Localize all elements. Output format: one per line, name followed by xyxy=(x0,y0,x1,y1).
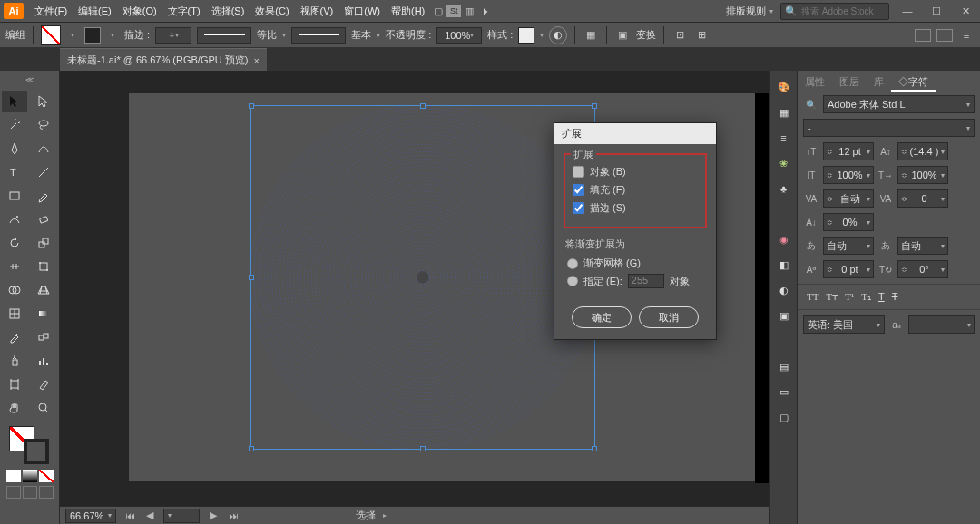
handle-bm[interactable] xyxy=(420,446,426,451)
scale-tool[interactable] xyxy=(31,232,56,254)
asset-panel-icon[interactable]: ▭ xyxy=(775,383,793,401)
menu-object[interactable]: 对象(O) xyxy=(117,2,162,21)
shift-field[interactable]: ≎0 pt▾ xyxy=(823,260,874,278)
next-artboard[interactable]: ▶ xyxy=(207,509,220,522)
type-tool[interactable]: T xyxy=(2,161,27,183)
hand-tool[interactable] xyxy=(2,397,27,419)
menu-effect[interactable]: 效果(C) xyxy=(250,2,294,21)
handle-tr[interactable] xyxy=(592,103,597,109)
brush-panel-icon[interactable]: ❀ xyxy=(775,154,793,172)
shaper-tool[interactable] xyxy=(2,209,27,230)
stroke-dropdown[interactable]: ▾ xyxy=(106,29,119,42)
eyedropper-tool[interactable] xyxy=(2,326,27,348)
smallcaps-button[interactable]: Tᴛ xyxy=(826,291,838,303)
isolate-icon[interactable]: ⊡ xyxy=(671,27,688,44)
gradient-tool[interactable] xyxy=(31,303,56,325)
libraries-tab[interactable]: 库 xyxy=(867,71,891,92)
underline-button[interactable]: T xyxy=(878,291,885,303)
color-panel-icon[interactable]: 🎨 xyxy=(775,78,793,96)
arrange-icon[interactable]: ▥ xyxy=(461,3,477,19)
document-tab[interactable]: 未标题-1.ai* @ 66.67% (RGB/GPU 预览) × xyxy=(60,48,267,71)
perspective-grid-tool[interactable] xyxy=(31,279,56,301)
recolor-icon[interactable]: ◐ xyxy=(549,26,567,44)
appearance-panel-icon[interactable]: ◐ xyxy=(775,281,793,299)
fill-checkbox[interactable]: 填充 (F) xyxy=(573,183,698,197)
symbol-sprayer-tool[interactable] xyxy=(2,350,27,372)
edit-icon[interactable]: ⊞ xyxy=(693,27,710,44)
graphic-styles-panel-icon[interactable]: ▣ xyxy=(775,306,793,325)
bridge-icon[interactable]: ▢ xyxy=(430,3,446,19)
menu-type[interactable]: 文字(T) xyxy=(162,2,206,21)
direct-selection-tool[interactable] xyxy=(31,91,56,112)
gradient-panel-icon[interactable]: ◉ xyxy=(775,230,793,248)
window-minimize[interactable]: — xyxy=(897,4,918,18)
properties-tab[interactable]: 属性 xyxy=(798,71,832,92)
align-icon[interactable]: ▦ xyxy=(583,27,599,44)
leading-field[interactable]: ≎(14.4 )▾ xyxy=(897,142,948,160)
stroke-box[interactable] xyxy=(24,439,49,464)
magic-wand-tool[interactable] xyxy=(2,114,27,136)
artboards-panel-icon[interactable]: ▢ xyxy=(775,408,793,426)
paintbrush-tool[interactable] xyxy=(31,185,56,207)
full-screen[interactable] xyxy=(23,486,37,499)
eraser-tool[interactable] xyxy=(31,209,56,230)
shape-builder-tool[interactable] xyxy=(2,279,27,301)
antialiasing-field[interactable]: ▾ xyxy=(908,315,975,334)
rotate-field[interactable]: ≎0°▾ xyxy=(897,260,948,278)
symbols-panel-icon[interactable]: ♣ xyxy=(775,180,793,198)
free-transform-tool[interactable] xyxy=(31,256,56,277)
zoom-tool[interactable] xyxy=(31,397,56,419)
font-family-dropdown[interactable]: Adobe 宋体 Std L▾ xyxy=(823,95,975,113)
artboard-nav[interactable]: ▾ xyxy=(163,509,200,523)
line-tool[interactable] xyxy=(31,161,56,183)
subscript-button[interactable]: T₁ xyxy=(861,291,871,303)
lasso-tool[interactable] xyxy=(31,114,56,136)
option-box-2[interactable] xyxy=(936,29,953,42)
zoom-field[interactable]: 66.67%▾ xyxy=(65,509,116,523)
shape-mode-icon[interactable]: ▣ xyxy=(614,27,631,44)
handle-tm[interactable] xyxy=(420,103,426,109)
handle-bl[interactable] xyxy=(249,446,254,451)
handle-br[interactable] xyxy=(592,446,597,451)
fill-dropdown[interactable]: ▾ xyxy=(66,29,79,42)
panel-menu-icon[interactable]: ≡ xyxy=(958,27,975,44)
width-tool[interactable] xyxy=(2,256,27,277)
gradient-mode[interactable] xyxy=(23,470,37,482)
last-artboard[interactable]: ⏭ xyxy=(227,509,240,522)
menu-file[interactable]: 文件(F) xyxy=(29,2,73,21)
presentation[interactable] xyxy=(39,486,54,499)
rectangle-tool[interactable] xyxy=(2,185,27,207)
tab-close-icon[interactable]: × xyxy=(253,55,259,66)
brush-definition[interactable] xyxy=(291,27,346,44)
toolbox-collapse[interactable]: ≪ xyxy=(17,73,43,86)
stroke-weight-field[interactable]: ≎▾ xyxy=(155,27,191,44)
blend-tool[interactable] xyxy=(31,326,56,348)
window-close[interactable]: ✕ xyxy=(955,4,976,18)
gpu-icon[interactable]: ⏵ xyxy=(477,3,494,19)
opacity-field[interactable]: 100%▾ xyxy=(436,27,482,44)
stroke-checkbox[interactable]: 描边 (S) xyxy=(573,201,698,215)
character-tab[interactable]: ◇字符 xyxy=(891,71,936,92)
stock-icon[interactable]: St xyxy=(446,5,461,17)
fill-swatch[interactable] xyxy=(41,25,61,45)
selection-tool[interactable] xyxy=(2,91,27,112)
option-box-1[interactable] xyxy=(915,29,931,42)
rotate-tool[interactable] xyxy=(2,232,27,254)
stroke-swatch[interactable] xyxy=(84,27,101,44)
graphic-style-swatch[interactable] xyxy=(518,27,534,44)
window-maximize[interactable]: ☐ xyxy=(926,4,947,18)
menu-window[interactable]: 窗口(W) xyxy=(338,2,386,21)
swatches-panel-icon[interactable]: ▦ xyxy=(775,103,793,121)
scrollbar-v[interactable] xyxy=(755,93,769,483)
search-input[interactable] xyxy=(801,6,883,16)
transparency-panel-icon[interactable]: ◧ xyxy=(775,256,793,274)
language-dropdown[interactable]: 英语: 美国▾ xyxy=(803,315,885,334)
first-artboard[interactable]: ⏮ xyxy=(123,509,136,522)
variable-width-profile[interactable] xyxy=(197,27,251,44)
handle-ml[interactable] xyxy=(249,275,254,280)
ok-button[interactable]: 确定 xyxy=(572,306,632,328)
cancel-button[interactable]: 取消 xyxy=(639,306,699,328)
normal-screen[interactable] xyxy=(6,486,21,499)
handle-tl[interactable] xyxy=(249,103,254,109)
tracking-field[interactable]: ≎0▾ xyxy=(897,189,948,208)
